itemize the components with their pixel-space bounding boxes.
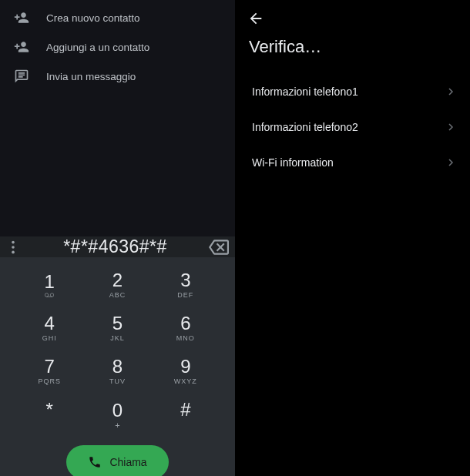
call-label: Chiama — [109, 456, 146, 468]
contact-actions: Crea nuovo contatto Aggiungi a un contat… — [0, 0, 235, 236]
key-digit: * — [45, 399, 52, 421]
key-letters: WXYZ — [174, 377, 197, 386]
key-letters: JKL — [110, 334, 125, 343]
dialer-input-bar: *#*#4636#*# — [0, 236, 235, 257]
key-digit: 1 — [44, 272, 54, 292]
action-label: Crea nuovo contatto — [46, 12, 140, 24]
person-add-icon — [14, 10, 29, 25]
chevron-right-icon — [447, 159, 455, 166]
back-row — [235, 0, 470, 32]
key-6[interactable]: 6 MNO — [152, 308, 220, 348]
key-2[interactable]: 2 ABC — [83, 265, 151, 305]
back-arrow-icon[interactable] — [247, 10, 264, 27]
create-contact-item[interactable]: Crea nuovo contatto — [0, 3, 235, 32]
more-vert-icon[interactable] — [5, 239, 22, 256]
svg-point-1 — [12, 246, 15, 249]
key-plus: + — [115, 421, 119, 429]
testing-pane: Verifica… Informazioni telefono1 Informa… — [235, 0, 470, 476]
phone-icon — [88, 455, 102, 469]
key-digit: # — [180, 399, 190, 421]
key-9[interactable]: 9 WXYZ — [152, 351, 220, 391]
key-digit: 4 — [44, 313, 54, 334]
key-digit: 9 — [180, 357, 190, 377]
key-1[interactable]: 1 — [15, 265, 83, 305]
chevron-right-icon — [447, 123, 455, 131]
phone-info-2-item[interactable]: Informazioni telefono2 — [238, 109, 467, 145]
key-hash[interactable]: # — [152, 394, 220, 434]
backspace-icon[interactable] — [209, 237, 229, 257]
action-label: Invia un messaggio — [46, 71, 136, 82]
key-7[interactable]: 7 PQRS — [15, 351, 83, 391]
dial-keypad: 1 2 ABC 3 DEF 4 GHI 5 JKL 6 MNO 7 PQRS 8 — [0, 257, 235, 441]
page-title: Verifica… — [235, 32, 470, 74]
key-letters: MNO — [176, 334, 195, 343]
key-4[interactable]: 4 GHI — [15, 308, 83, 348]
settings-list: Informazioni telefono1 Informazioni tele… — [235, 74, 470, 180]
send-message-item[interactable]: Invia un messaggio — [0, 62, 235, 91]
wifi-info-item[interactable]: Wi-Fi information — [238, 145, 467, 180]
svg-point-2 — [12, 250, 15, 253]
svg-point-3 — [45, 293, 49, 297]
message-icon — [14, 69, 29, 84]
svg-point-4 — [50, 293, 54, 297]
chevron-right-icon — [447, 88, 455, 96]
action-label: Aggiungi a un contatto — [46, 42, 149, 53]
person-add-icon — [14, 39, 29, 55]
key-digit: 0 — [112, 401, 123, 421]
key-digit: 5 — [112, 313, 123, 334]
settings-label: Wi-Fi information — [252, 156, 447, 169]
key-digit: 8 — [112, 357, 123, 377]
settings-label: Informazioni telefono2 — [252, 121, 447, 133]
key-digit: 2 — [112, 270, 123, 290]
voicemail-icon — [45, 292, 54, 298]
key-3[interactable]: 3 DEF — [152, 265, 220, 305]
call-row: Chiama — [0, 441, 235, 476]
call-button[interactable]: Chiama — [66, 445, 168, 476]
key-letters: PQRS — [38, 377, 61, 386]
phone-info-1-item[interactable]: Informazioni telefono1 — [238, 74, 467, 109]
dialer-pane: Crea nuovo contatto Aggiungi a un contat… — [0, 0, 235, 476]
key-letters: GHI — [42, 334, 57, 343]
key-digit: 7 — [44, 357, 54, 377]
key-digit: 6 — [180, 313, 190, 334]
key-letters: DEF — [177, 291, 193, 300]
key-star[interactable]: * — [15, 394, 83, 434]
dialed-number: *#*#4636#*# — [22, 236, 209, 257]
key-8[interactable]: 8 TUV — [83, 351, 151, 391]
settings-label: Informazioni telefono1 — [252, 85, 447, 98]
key-letters: ABC — [109, 291, 126, 300]
svg-point-0 — [12, 240, 15, 243]
key-letters: TUV — [109, 377, 126, 386]
add-to-contact-item[interactable]: Aggiungi a un contatto — [0, 32, 235, 62]
key-digit: 3 — [180, 270, 190, 290]
key-0[interactable]: 0 + — [83, 394, 151, 434]
key-5[interactable]: 5 JKL — [83, 308, 151, 348]
